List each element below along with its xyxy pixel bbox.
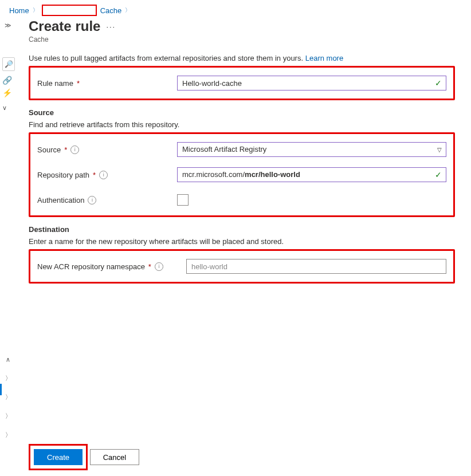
page-subtitle: Cache [29,36,455,44]
breadcrumb-cache[interactable]: Cache [100,6,122,15]
breadcrumb-redacted [42,5,97,16]
info-icon[interactable]: i [70,145,79,154]
source-label: Source* i [37,145,177,154]
rail-item-chevron-icon[interactable]: 〉 [5,412,11,420]
breadcrumb-home[interactable]: Home [9,6,29,15]
page-title: Create rule [29,18,100,34]
authentication-checkbox[interactable] [177,194,189,206]
destination-heading: Destination [29,225,455,234]
chevron-right-icon: 〉 [125,6,131,14]
rail-item-chevron-icon[interactable]: 〉 [5,431,11,439]
highlight-rule-name: Rule name* ✓ [29,66,455,100]
rail-section-chevron-icon[interactable]: ∨ [2,104,17,112]
destination-hint: Enter a name for the new repository wher… [29,237,455,246]
search-icon[interactable]: 🔎 [2,57,15,71]
source-select[interactable]: Microsoft Artifact Registry [177,142,446,157]
repository-path-input[interactable]: mcr.microsoft.com/mcr/hello-world [177,167,446,182]
repository-path-label: Repository path* i [37,171,177,179]
cancel-button[interactable]: Cancel [90,449,139,465]
breadcrumb: Home 〉 Cache 〉 [0,0,471,17]
page-description: Use rules to pull tagged artifacts from … [29,54,455,62]
more-actions-button[interactable]: ··· [106,22,116,31]
rail-section-chevron-icon[interactable]: ∨ [6,356,10,364]
namespace-label: New ACR repository namespace* i [37,262,186,271]
authentication-label: Authentication i [37,196,177,204]
info-icon[interactable]: i [155,262,163,271]
highlight-source: Source* i Microsoft Artifact Registry ▽ … [29,132,455,217]
highlight-destination: New ACR repository namespace* i [29,249,455,284]
rail-item-chevron-icon[interactable]: 〉 [5,374,11,383]
namespace-input[interactable] [186,259,446,274]
source-hint: Find and retrieve artifacts from this re… [29,120,455,129]
expand-rail-icon[interactable]: ≫ [5,22,11,29]
create-button[interactable]: Create [34,449,83,465]
rail-item-chevron-icon[interactable]: 〉 [5,393,11,402]
info-icon[interactable]: i [99,171,108,179]
rule-name-input[interactable] [177,76,446,91]
left-rail: ≫ 🔎 🔗 ⚡ ∨ ∨ 〉 〉 〉 〉 [0,17,16,476]
source-heading: Source [29,108,455,117]
highlight-create: Create [29,444,88,470]
rail-icon-2[interactable]: ⚡ [2,88,11,97]
rule-name-label: Rule name* [37,79,177,88]
info-icon[interactable]: i [88,196,96,204]
learn-more-link[interactable]: Learn more [305,54,343,62]
chevron-right-icon: 〉 [33,6,38,14]
rail-icon-1[interactable]: 🔗 [2,76,11,85]
